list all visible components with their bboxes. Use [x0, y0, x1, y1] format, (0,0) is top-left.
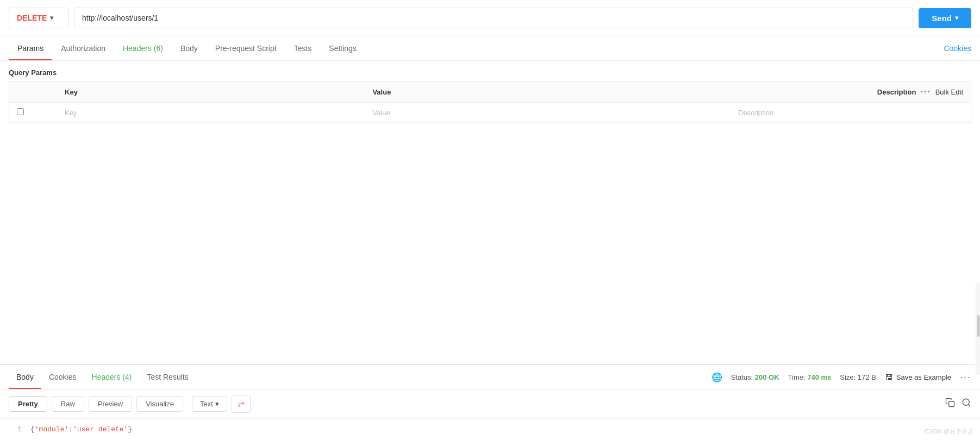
resp-tab-body[interactable]: Body: [9, 365, 41, 389]
query-params-section: Query Params Key Value Description ··· B…: [0, 61, 980, 123]
response-tabs-row: Body Cookies Headers (4) Test Results 🌐 …: [0, 365, 980, 389]
th-checkbox: [9, 81, 58, 103]
th-key: Key: [57, 81, 365, 103]
copy-button[interactable]: [945, 398, 955, 410]
svg-point-1: [963, 399, 969, 405]
th-description: Description ··· Bulk Edit: [731, 81, 971, 103]
tab-settings[interactable]: Settings: [320, 36, 365, 60]
row-checkbox[interactable]: [17, 108, 24, 115]
bulk-edit-button[interactable]: Bulk Edit: [935, 88, 963, 96]
more-options-icon[interactable]: ···: [920, 87, 931, 97]
format-visualize-button[interactable]: Visualize: [136, 396, 183, 412]
tab-body[interactable]: Body: [172, 36, 207, 60]
method-chevron-icon: ▾: [50, 14, 53, 22]
code-area: 1 {'module':'user delete'}: [0, 419, 980, 440]
query-params-title: Query Params: [0, 61, 980, 81]
tab-prerequest[interactable]: Pre-request Script: [207, 36, 285, 60]
key-cell[interactable]: Key: [57, 103, 365, 123]
resp-tab-headers[interactable]: Headers (4): [84, 365, 140, 389]
scrollbar-track[interactable]: [976, 282, 980, 375]
resp-tab-cookies[interactable]: Cookies: [41, 365, 84, 389]
cookies-link[interactable]: Cookies: [944, 36, 971, 60]
format-raw-button[interactable]: Raw: [52, 396, 84, 412]
wrap-toggle-button[interactable]: ⇌: [232, 395, 251, 413]
response-panel: Body Cookies Headers (4) Test Results 🌐 …: [0, 364, 980, 440]
line-number: 1: [9, 425, 22, 433]
size-value: 172 B: [858, 373, 876, 381]
code-line-1: 1 {'module':'user delete'}: [0, 424, 980, 435]
value-cell[interactable]: Value: [365, 103, 731, 123]
text-dropdown-chevron-icon: ▾: [215, 400, 219, 408]
url-input[interactable]: [74, 8, 913, 28]
status-label: Status: 200 OK: [731, 373, 779, 381]
scrollbar-thumb[interactable]: [977, 315, 980, 337]
tab-authorization[interactable]: Authorization: [52, 36, 114, 60]
globe-icon: 🌐: [711, 372, 722, 382]
format-pretty-button[interactable]: Pretty: [9, 396, 47, 412]
save-icon: 🖫: [885, 373, 893, 382]
size-label: Size: 172 B: [840, 373, 876, 381]
th-value: Value: [365, 81, 731, 103]
resp-tab-test-results[interactable]: Test Results: [139, 365, 196, 389]
status-value: 200 OK: [755, 373, 779, 381]
table-row: Key Value Description: [9, 103, 971, 123]
text-format-dropdown[interactable]: Text ▾: [192, 396, 227, 412]
url-bar: DELETE ▾ Send ▾: [0, 0, 980, 36]
method-selector[interactable]: DELETE ▾: [9, 8, 68, 28]
tab-tests[interactable]: Tests: [285, 36, 321, 60]
format-bar: Pretty Raw Preview Visualize Text ▾ ⇌: [0, 389, 980, 419]
tab-headers[interactable]: Headers (6): [114, 36, 172, 60]
time-label: Time: 740 ms: [788, 373, 832, 381]
code-action-icons: [945, 398, 971, 410]
wrap-icon: ⇌: [238, 399, 245, 409]
method-label: DELETE: [17, 14, 47, 22]
time-value: 740 ms: [807, 373, 831, 381]
watermark: CSDN @在下小吉: [925, 428, 973, 436]
params-table: Key Value Description ··· Bulk Edit Key …: [9, 81, 971, 123]
response-meta: 🌐 Status: 200 OK Time: 740 ms Size: 172 …: [711, 372, 971, 383]
send-button[interactable]: Send ▾: [919, 8, 971, 28]
tab-params[interactable]: Params: [9, 36, 52, 60]
code-content: {'module':'user delete'}: [30, 425, 132, 433]
row-checkbox-cell: [9, 103, 58, 123]
request-tabs: Params Authorization Headers (6) Body Pr…: [0, 36, 980, 61]
save-example-button[interactable]: 🖫 Save as Example: [885, 373, 951, 382]
more-options-button[interactable]: ···: [960, 372, 971, 383]
svg-line-2: [968, 404, 970, 406]
format-preview-button[interactable]: Preview: [89, 396, 132, 412]
desc-cell[interactable]: Description: [731, 103, 971, 123]
search-button[interactable]: [962, 398, 971, 410]
send-chevron-icon: ▾: [955, 14, 958, 22]
svg-rect-0: [949, 401, 954, 407]
